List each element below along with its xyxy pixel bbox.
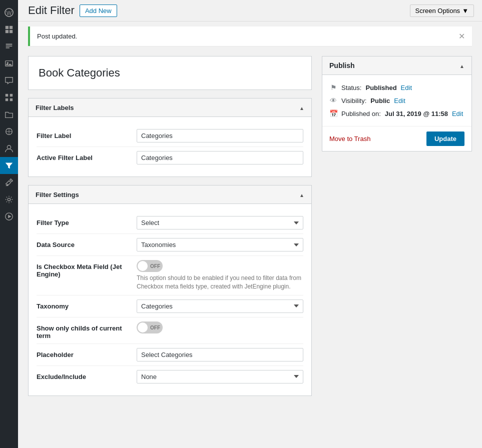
exclude-include-row: Exclude/Include None Exclude Include bbox=[37, 366, 303, 388]
active-filter-label-label: Active Filter Label bbox=[37, 151, 137, 162]
filter-settings-toggle-icon bbox=[299, 190, 304, 198]
screen-options-button[interactable]: Screen Options ▼ bbox=[410, 4, 474, 17]
placeholder-input[interactable] bbox=[137, 348, 303, 362]
content-area: Filter Labels Filter Label Active Filter… bbox=[18, 51, 482, 409]
visibility-row: 👁 Visibility: Public Edit bbox=[329, 94, 464, 107]
svg-text:W: W bbox=[7, 10, 12, 16]
sidebar: W bbox=[0, 0, 18, 448]
show-only-childs-toggle-wrap: OFF bbox=[137, 322, 303, 334]
status-icon: ⚑ bbox=[329, 84, 337, 92]
filter-type-wrap: Select Checkbox Radio Range bbox=[137, 216, 303, 230]
placeholder-wrap bbox=[137, 348, 303, 362]
taxonomy-label: Taxonomy bbox=[37, 300, 137, 310]
notice-dismiss-button[interactable]: ✕ bbox=[458, 32, 465, 41]
left-column: Filter Labels Filter Label Active Filter… bbox=[28, 56, 312, 404]
checkbox-meta-slider: OFF bbox=[137, 260, 163, 272]
show-only-childs-row: Show only childs of current term OFF bbox=[37, 318, 303, 344]
play-icon[interactable] bbox=[0, 208, 18, 225]
tools-icon[interactable] bbox=[0, 174, 18, 191]
svg-rect-9 bbox=[10, 94, 13, 96]
filter-settings-panel: Filter Settings Filter Type Select Check… bbox=[28, 185, 312, 396]
exclude-include-select[interactable]: None Exclude Include bbox=[137, 370, 303, 384]
publish-panel: Publish ⚑ Status: Published Edit 👁 Visib… bbox=[322, 56, 472, 152]
show-only-childs-wrap: OFF bbox=[137, 322, 303, 334]
filter-icon[interactable] bbox=[0, 157, 18, 174]
users-icon[interactable] bbox=[0, 140, 18, 157]
active-filter-label-input[interactable] bbox=[137, 151, 303, 164]
svg-point-13 bbox=[7, 146, 11, 149]
placeholder-row: Placeholder bbox=[37, 344, 303, 366]
filter-title-box bbox=[28, 56, 312, 90]
move-to-trash-link[interactable]: Move to Trash bbox=[329, 135, 370, 142]
status-label: Status: bbox=[341, 84, 361, 92]
svg-rect-5 bbox=[10, 30, 13, 33]
publish-header[interactable]: Publish bbox=[322, 56, 471, 75]
svg-point-14 bbox=[8, 198, 10, 200]
filter-type-select[interactable]: Select Checkbox Radio Range bbox=[137, 216, 303, 230]
exclude-include-label: Exclude/Include bbox=[37, 370, 137, 380]
svg-rect-11 bbox=[10, 98, 13, 101]
appearance-icon[interactable] bbox=[0, 123, 18, 140]
svg-rect-4 bbox=[6, 30, 9, 33]
status-edit-link[interactable]: Edit bbox=[401, 84, 412, 92]
show-only-childs-toggle[interactable]: OFF bbox=[137, 322, 163, 334]
notice-text: Post updated. bbox=[37, 32, 77, 40]
add-new-button[interactable]: Add New bbox=[80, 4, 117, 17]
top-bar: Edit Filter Add New Screen Options ▼ bbox=[18, 0, 482, 22]
show-only-childs-slider: OFF bbox=[137, 322, 163, 334]
published-on-edit-link[interactable]: Edit bbox=[452, 110, 463, 118]
published-on-value: Jul 31, 2019 @ 11:58 bbox=[385, 110, 448, 118]
publish-title: Publish bbox=[329, 62, 355, 70]
taxonomy-row: Taxonomy Categories Tags Custom Taxonomy bbox=[37, 296, 303, 318]
checkbox-meta-row: Is Checkbox Meta Field (Jet Engine) OFF bbox=[37, 256, 303, 296]
filter-title-input[interactable] bbox=[39, 66, 301, 80]
settings-icon[interactable] bbox=[0, 191, 18, 208]
screen-options-chevron: ▼ bbox=[462, 7, 468, 14]
checkbox-meta-label: Is Checkbox Meta Field (Jet Engine) bbox=[37, 260, 137, 278]
filter-label-wrap bbox=[137, 129, 303, 142]
visibility-edit-link[interactable]: Edit bbox=[394, 97, 405, 104]
data-source-wrap: Taxonomies Meta Query Custom Query bbox=[137, 238, 303, 252]
visibility-label: Visibility: bbox=[341, 97, 366, 104]
page-title-area: Edit Filter Add New bbox=[28, 4, 117, 17]
publish-body: ⚑ Status: Published Edit 👁 Visibility: P… bbox=[322, 75, 471, 126]
show-only-childs-off-label: OFF bbox=[150, 324, 160, 330]
update-button[interactable]: Update bbox=[426, 132, 464, 146]
filter-label-input[interactable] bbox=[137, 129, 303, 142]
checkbox-meta-toggle-wrap: OFF bbox=[137, 260, 303, 272]
grid-icon[interactable] bbox=[0, 89, 18, 106]
filter-labels-panel: Filter Labels Filter Label Active Filter… bbox=[28, 98, 312, 177]
exclude-include-wrap: None Exclude Include bbox=[137, 370, 303, 384]
wp-logo-icon[interactable]: W bbox=[0, 4, 18, 21]
filter-labels-body: Filter Label Active Filter Label bbox=[29, 117, 311, 176]
page-title: Edit Filter bbox=[28, 4, 75, 17]
taxonomy-wrap: Categories Tags Custom Taxonomy bbox=[137, 300, 303, 313]
folder-icon[interactable] bbox=[0, 106, 18, 123]
filter-labels-header[interactable]: Filter Labels bbox=[29, 98, 311, 117]
comments-icon[interactable] bbox=[0, 72, 18, 89]
data-source-row: Data Source Taxonomies Meta Query Custom… bbox=[37, 234, 303, 256]
active-filter-label-wrap bbox=[137, 151, 303, 164]
taxonomy-select[interactable]: Categories Tags Custom Taxonomy bbox=[137, 300, 303, 313]
publish-footer: Move to Trash Update bbox=[322, 126, 471, 151]
data-source-select[interactable]: Taxonomies Meta Query Custom Query bbox=[137, 238, 303, 252]
filter-type-label: Filter Type bbox=[37, 216, 137, 226]
show-only-childs-label: Show only childs of current term bbox=[37, 322, 137, 340]
posts-icon[interactable] bbox=[0, 38, 18, 55]
checkbox-meta-off-label: OFF bbox=[150, 264, 160, 269]
filter-settings-title: Filter Settings bbox=[36, 191, 79, 198]
active-filter-label-row: Active Filter Label bbox=[37, 147, 303, 168]
right-column: Publish ⚑ Status: Published Edit 👁 Visib… bbox=[322, 56, 472, 404]
screen-options-label: Screen Options bbox=[415, 7, 460, 14]
filter-labels-toggle-icon bbox=[299, 104, 304, 112]
status-row: ⚑ Status: Published Edit bbox=[329, 81, 464, 94]
status-value: Published bbox=[365, 84, 396, 92]
checkbox-meta-help: This option should to be enabled if you … bbox=[137, 274, 303, 291]
filter-settings-header[interactable]: Filter Settings bbox=[29, 186, 311, 204]
filter-labels-title: Filter Labels bbox=[36, 104, 74, 112]
dashboard-icon[interactable] bbox=[0, 21, 18, 38]
svg-rect-8 bbox=[6, 94, 8, 96]
filter-label-row: Filter Label bbox=[37, 125, 303, 147]
checkbox-meta-toggle[interactable]: OFF bbox=[137, 260, 163, 272]
media-icon[interactable] bbox=[0, 55, 18, 72]
